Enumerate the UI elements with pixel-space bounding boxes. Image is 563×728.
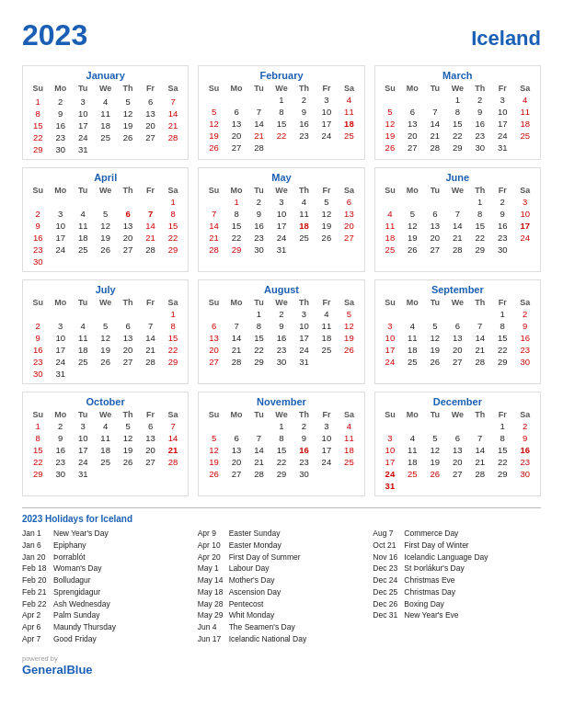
holiday-item: Apr 7Good Friday [22, 633, 190, 645]
brand-blue: Blue [66, 663, 92, 677]
calendar-day: 17 [72, 444, 94, 456]
month-block-august: AugustSuMoTuWeThFrSa12345678910111213141… [198, 279, 364, 384]
calendar-day: 5 [94, 320, 116, 332]
calendar-day: 31 [72, 143, 94, 155]
calendar-day: 11 [338, 106, 361, 118]
day-header: Sa [162, 297, 185, 308]
calendar-day: 1 [491, 420, 513, 432]
calendar-day: 27 [139, 131, 161, 143]
calendar-day: 20 [139, 444, 161, 456]
calendar-day: 10 [379, 444, 401, 456]
calendar-day: 26 [338, 344, 361, 356]
calendar-day: 23 [469, 130, 491, 142]
calendar-day: 25 [401, 468, 423, 480]
day-header: Tu [424, 185, 446, 196]
day-header: Su [202, 297, 224, 308]
calendar-day: 2 [27, 208, 49, 220]
holiday-name: Labour Day [229, 563, 270, 574]
day-header: Tu [247, 409, 270, 420]
calendar-day [338, 468, 361, 480]
calendar-day: 8 [27, 108, 49, 119]
calendar-day: 22 [270, 130, 293, 142]
calendar-day: 1 [247, 308, 270, 320]
holiday-item: Dec 25Christmas Day [373, 586, 541, 598]
day-header: Sa [338, 83, 361, 94]
calendar-day: 4 [513, 94, 536, 106]
calendar-day: 29 [247, 356, 270, 368]
calendar-day [94, 308, 116, 320]
holiday-date: May 18 [198, 586, 225, 598]
calendar-day: 24 [293, 344, 315, 356]
calendar-day: 16 [270, 332, 293, 344]
calendar-day: 2 [513, 308, 536, 320]
calendar-day [139, 368, 161, 380]
calendar-day: 18 [94, 119, 116, 131]
holiday-name: Icelandic Language Day [404, 552, 488, 563]
calendar-day: 7 [247, 106, 270, 118]
calendar-day: 29 [491, 356, 513, 368]
month-name: December [379, 396, 536, 407]
calendar-day: 7 [139, 320, 161, 332]
calendar-day: 14 [469, 332, 491, 344]
calendar-day [139, 256, 161, 267]
holiday-name: New Year's Day [53, 528, 109, 540]
holiday-name: Epiphany [53, 540, 86, 552]
calendar-day: 1 [469, 196, 491, 208]
calendar-day: 1 [27, 96, 49, 108]
calendar-day [446, 196, 468, 208]
holiday-item: Dec 23St Þorlákur's Day [373, 563, 541, 574]
calendar-day: 20 [202, 344, 224, 356]
calendar-day: 8 [162, 208, 185, 220]
holiday-item: May 14Mother's Day [198, 574, 366, 586]
month-block-may: MaySuMoTuWeThFrSa12345678910111213141516… [198, 167, 364, 272]
day-header: Su [379, 409, 401, 420]
calendar-day: 2 [293, 94, 315, 106]
calendar-day: 30 [513, 468, 536, 480]
month-name: April [27, 172, 184, 183]
day-header: Sa [513, 185, 536, 196]
calendar-day: 17 [49, 344, 71, 356]
footer: powered by GeneralBlue [22, 654, 541, 677]
calendar-day: 26 [424, 468, 446, 480]
calendar-day: 14 [446, 220, 468, 232]
calendar-day [270, 142, 293, 154]
calendar-day [117, 468, 139, 480]
day-header: Mo [225, 83, 247, 94]
calendar-day: 12 [379, 118, 401, 130]
calendar-day: 24 [316, 456, 338, 468]
holiday-date: Aug 7 [373, 528, 400, 540]
calendar-day: 20 [446, 344, 468, 356]
calendar-day: 3 [72, 96, 94, 108]
month-name: July [27, 284, 184, 295]
calendar-day: 1 [27, 420, 49, 432]
holiday-item: Feb 18Woman's Day [22, 563, 190, 574]
calendar-day: 9 [293, 106, 315, 118]
day-header: Sa [513, 297, 536, 308]
calendar-day: 21 [139, 344, 161, 356]
holiday-date: May 28 [198, 598, 225, 610]
calendar-day [117, 368, 139, 380]
calendar-day: 6 [139, 420, 161, 432]
calendar-day: 9 [293, 432, 315, 444]
calendar-day: 19 [94, 344, 116, 356]
holiday-date: Dec 24 [373, 574, 400, 586]
calendar-day [469, 308, 491, 320]
calendar-day: 17 [270, 220, 293, 232]
calendar-table: SuMoTuWeThFrSa12345678910111213141516171… [202, 185, 360, 256]
calendar-day: 26 [117, 456, 139, 468]
holiday-name: Good Friday [53, 633, 97, 645]
calendar-day [401, 94, 423, 106]
calendar-day: 26 [202, 142, 224, 154]
calendar-day: 8 [270, 106, 293, 118]
calendar-day: 21 [446, 232, 468, 244]
day-header: Th [117, 409, 139, 420]
calendar-day: 10 [316, 106, 338, 118]
day-header: Th [293, 83, 315, 94]
calendar-day: 13 [139, 432, 161, 444]
calendar-day: 13 [202, 332, 224, 344]
calendar-day [139, 196, 161, 208]
holiday-item: Apr 9Easter Sunday [198, 528, 366, 540]
brand-logo: GeneralBlue [22, 663, 93, 677]
day-header: Sa [338, 409, 361, 420]
calendar-day [379, 94, 401, 106]
